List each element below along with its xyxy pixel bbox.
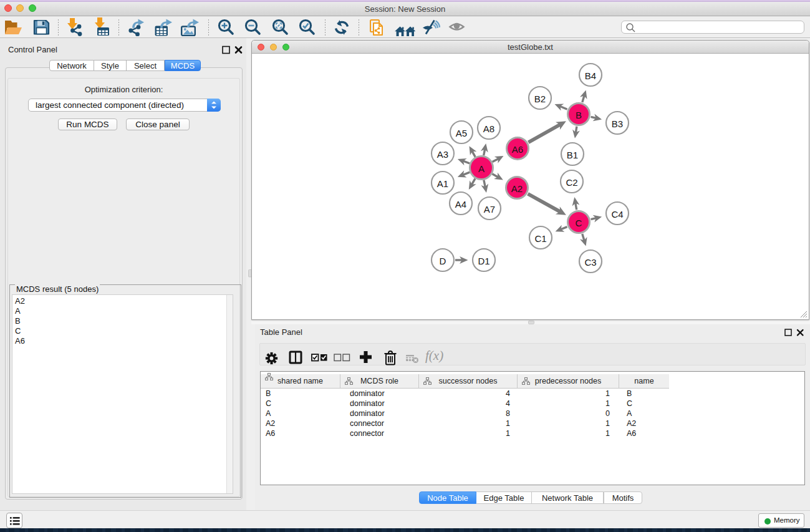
svg-text:A4: A4 [455,199,466,210]
svg-text:A3: A3 [437,149,448,160]
svg-text:C2: C2 [566,177,577,188]
svg-text:D: D [440,256,446,266]
svg-text:B3: B3 [612,118,623,129]
svg-text:B1: B1 [567,150,578,160]
svg-text:B2: B2 [534,94,546,104]
svg-text:B4: B4 [585,70,596,81]
svg-text:A8: A8 [483,123,494,134]
svg-text:C3: C3 [584,257,596,268]
svg-text:B: B [576,110,582,120]
svg-text:A1: A1 [437,178,448,189]
svg-text:D1: D1 [478,256,489,266]
svg-text:C: C [576,218,582,228]
svg-text:A5: A5 [456,128,467,138]
svg-text:A2: A2 [511,183,523,194]
svg-text:A: A [478,163,485,174]
svg-text:C1: C1 [534,233,546,244]
svg-text:A6: A6 [512,144,523,155]
svg-text:A7: A7 [484,204,495,215]
svg-text:C4: C4 [611,209,623,220]
